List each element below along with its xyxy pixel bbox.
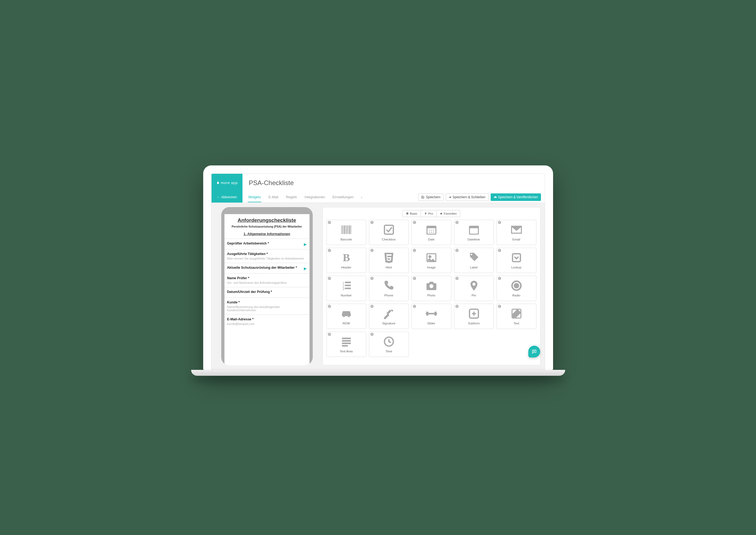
widget-label: Barcode bbox=[340, 238, 352, 241]
info-icon[interactable]: i bbox=[328, 221, 331, 224]
info-icon[interactable]: i bbox=[498, 277, 501, 280]
datetime-icon bbox=[468, 223, 480, 236]
form-section-1: 1. Allgemeine Informationen bbox=[227, 232, 307, 236]
widget-label: Date bbox=[428, 238, 434, 241]
info-icon[interactable]: i bbox=[498, 249, 501, 252]
tab-widgets[interactable]: Widgets bbox=[248, 192, 262, 202]
widget-email[interactable]: iEmail bbox=[497, 220, 537, 245]
header: more app PSA-Checkliste bbox=[212, 174, 545, 192]
form-subtitle: Persönliche Schutzausrüstung (PSA) der M… bbox=[227, 225, 307, 228]
field-label: Kunde * bbox=[227, 300, 307, 304]
widget-label: Html bbox=[386, 266, 392, 269]
info-icon[interactable]: i bbox=[455, 277, 459, 280]
text-area-icon bbox=[340, 335, 353, 348]
cloud-upload-icon bbox=[494, 196, 497, 199]
cancel-button[interactable]: ← Abbrechen bbox=[212, 192, 243, 203]
info-icon[interactable]: i bbox=[328, 305, 331, 308]
info-icon[interactable]: i bbox=[328, 333, 331, 336]
form-field[interactable]: E-Mail-Adresse *kunde@beispiel.com bbox=[224, 314, 309, 328]
info-icon[interactable]: i bbox=[328, 249, 331, 252]
widget-barcode[interactable]: iBarcode bbox=[327, 220, 366, 245]
field-label: Ausgeführte Tätigkeiten * bbox=[227, 252, 307, 256]
field-hint: Bitte nennen Sie ausgeführte Tätigkeiten… bbox=[227, 257, 307, 260]
info-icon[interactable]: i bbox=[370, 221, 374, 224]
form-field[interactable]: Ausgeführte Tätigkeiten *Bitte nennen Si… bbox=[224, 249, 309, 263]
svg-text:B: B bbox=[343, 252, 350, 264]
dashboard-icon bbox=[406, 212, 409, 215]
widget-number[interactable]: i123Number bbox=[327, 276, 366, 301]
arrow-left-icon: ← bbox=[217, 195, 220, 199]
field-label: E-Mail-Adresse * bbox=[227, 317, 307, 321]
widget-date[interactable]: iDate bbox=[412, 220, 451, 245]
widget-photo[interactable]: iPhoto bbox=[412, 276, 451, 301]
form-field[interactable]: Aktuelle Schutzausrüstung der Mitarbeite… bbox=[224, 263, 309, 273]
form-field[interactable]: Name Prüfer *Vor- und Nachname des Anfor… bbox=[224, 273, 309, 287]
tab-settings[interactable]: Einstellungen bbox=[332, 192, 354, 202]
widget-checkbox[interactable]: iCheckbox bbox=[369, 220, 409, 245]
info-icon[interactable]: i bbox=[370, 249, 374, 252]
tab-integrations[interactable]: Integrationen bbox=[304, 192, 326, 202]
svg-rect-4 bbox=[346, 225, 346, 234]
widget-html[interactable]: iHtml bbox=[369, 248, 409, 273]
widget-pin[interactable]: iPin bbox=[454, 276, 494, 301]
form-field[interactable]: Datum/Uhrzeit der Prüfung * bbox=[224, 287, 309, 297]
widget-grid: iBarcodeiCheckboxiDateiDatetimeiEmailiBH… bbox=[327, 220, 537, 357]
widget-lookup[interactable]: iLookup bbox=[497, 248, 537, 273]
subform-icon bbox=[468, 307, 480, 320]
widget-datetime[interactable]: iDatetime bbox=[454, 220, 494, 245]
widget-phone[interactable]: iPhone bbox=[369, 276, 409, 301]
info-icon[interactable]: i bbox=[413, 221, 416, 224]
brand-logo[interactable]: more app bbox=[212, 174, 243, 192]
widget-text[interactable]: iText bbox=[497, 304, 537, 329]
field-label: Geprüfter Arbeitsbereich * bbox=[227, 241, 307, 245]
widget-time[interactable]: iTime bbox=[369, 332, 409, 357]
widget-label[interactable]: iLabel bbox=[454, 248, 494, 273]
info-icon[interactable]: i bbox=[370, 333, 374, 336]
star-icon: ★ bbox=[440, 212, 443, 215]
widget-text-area[interactable]: iText Area bbox=[327, 332, 366, 357]
widget-radio[interactable]: iRadio bbox=[497, 276, 537, 301]
info-icon[interactable]: i bbox=[455, 249, 459, 252]
svg-rect-5 bbox=[347, 225, 347, 234]
editor-content: Anforderungscheckliste Persönliche Schut… bbox=[212, 203, 545, 370]
chat-button[interactable] bbox=[528, 346, 540, 357]
save-close-button[interactable]: ➔ Speichern & Schließen bbox=[446, 193, 488, 201]
widget-label: Photo bbox=[427, 294, 435, 297]
svg-point-33 bbox=[514, 284, 518, 288]
header-icon: B bbox=[340, 251, 353, 264]
widget-tab-favorites[interactable]: ★ Favoriten bbox=[437, 210, 460, 217]
signature-icon bbox=[382, 307, 395, 320]
info-icon[interactable]: i bbox=[455, 221, 459, 224]
widget-header[interactable]: iBHeader bbox=[327, 248, 366, 273]
widget-tab-basic[interactable]: Basic bbox=[402, 210, 421, 217]
info-icon[interactable]: i bbox=[370, 305, 374, 308]
widget-subform[interactable]: iSubform bbox=[454, 304, 494, 329]
svg-rect-11 bbox=[427, 226, 436, 228]
widget-rdw[interactable]: iRDW bbox=[327, 304, 366, 329]
svg-rect-6 bbox=[348, 225, 349, 234]
info-icon[interactable]: i bbox=[370, 277, 374, 280]
svg-rect-19 bbox=[469, 226, 478, 228]
info-icon[interactable]: i bbox=[413, 277, 416, 280]
widget-slider[interactable]: iSlider bbox=[412, 304, 451, 329]
info-icon[interactable]: i bbox=[498, 221, 501, 224]
tab-collapse[interactable]: ‹ bbox=[361, 192, 363, 202]
widget-tab-pro[interactable]: Pro bbox=[421, 210, 437, 217]
info-icon[interactable]: i bbox=[413, 249, 416, 252]
form-field[interactable]: Kunde *Name/Bezeichnung des beauftragend… bbox=[224, 297, 309, 314]
save-close-label: Speichern & Schließen bbox=[453, 195, 485, 199]
info-icon[interactable]: i bbox=[328, 277, 331, 280]
save-publish-label: Speichern & Veröffentlichen bbox=[498, 195, 538, 199]
svg-rect-27 bbox=[345, 282, 351, 283]
info-icon[interactable]: i bbox=[455, 305, 459, 308]
tab-rules[interactable]: Regeln bbox=[285, 192, 297, 202]
form-field[interactable]: Geprüfter Arbeitsbereich *▶ bbox=[224, 239, 309, 249]
widget-signature[interactable]: iSignature bbox=[369, 304, 409, 329]
save-publish-button[interactable]: Speichern & Veröffentlichen bbox=[491, 193, 541, 201]
info-icon[interactable]: i bbox=[413, 305, 416, 308]
widget-image[interactable]: iImage bbox=[412, 248, 451, 273]
tab-email[interactable]: E-Mail bbox=[268, 192, 279, 202]
info-icon[interactable]: i bbox=[498, 305, 501, 308]
svg-point-14 bbox=[433, 230, 434, 231]
save-button[interactable]: Speichern bbox=[418, 193, 443, 201]
